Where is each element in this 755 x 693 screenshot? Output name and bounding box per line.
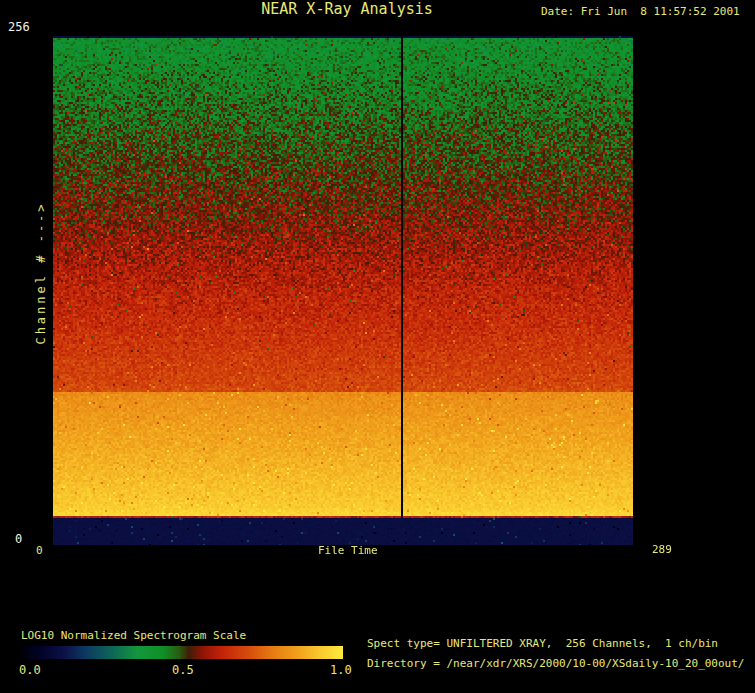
near-xray-analysis-window: NEAR X-Ray Analysis Date: Fri Jun 8 11:5… xyxy=(0,0,755,693)
y-axis-max-tick: 256 xyxy=(8,21,30,33)
colorbar-tick-low: 0.0 xyxy=(19,664,41,676)
directory-line: Directory = /near/xdr/XRS/2000/10-00/XSd… xyxy=(367,658,745,670)
page-title: NEAR X-Ray Analysis xyxy=(261,3,433,15)
spectrogram-canvas xyxy=(53,36,633,545)
colorbar-tick-high: 1.0 xyxy=(330,664,352,676)
y-axis-min-tick: 0 xyxy=(15,533,22,545)
x-axis-min-tick: 0 xyxy=(36,545,43,557)
colorbar-tick-mid: 0.5 xyxy=(172,664,194,676)
date-label: Date: Fri Jun 8 11:57:52 2001 xyxy=(541,6,740,18)
x-axis-title: File Time xyxy=(318,545,378,557)
spect-type-line: Spect type= UNFILTERED XRAY, 256 Channel… xyxy=(367,638,718,650)
y-axis-title: Channel # ---> xyxy=(35,201,47,344)
x-axis-max-tick: 289 xyxy=(652,544,672,556)
colorbar-label: LOG10 Normalized Spectrogram Scale xyxy=(21,630,246,642)
colorbar-canvas xyxy=(22,646,343,659)
